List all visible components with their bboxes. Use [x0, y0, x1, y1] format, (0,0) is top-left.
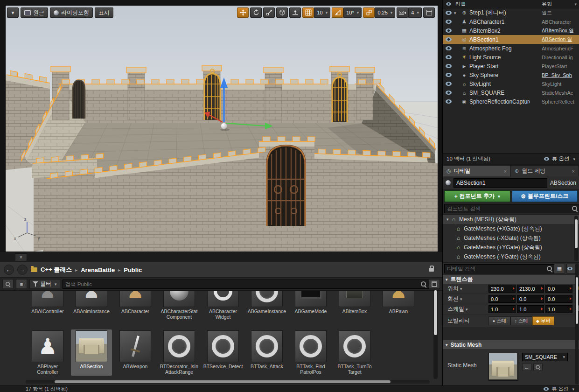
expander-icon[interactable]: ▾: [446, 217, 452, 222]
breadcrumb-cpp-classes[interactable]: C++ 클래스: [41, 266, 72, 274]
breadcrumb-public[interactable]: Public: [124, 266, 142, 273]
component-tree-scrollbar[interactable]: [574, 216, 578, 261]
rotate-tool-button[interactable]: [250, 7, 262, 18]
rotation-snap-value[interactable]: 10°▾: [343, 7, 362, 18]
viewport-3d-view[interactable]: z x y ▾ 원근 라이팅포함 표시: [5, 5, 438, 252]
actor-type[interactable]: ABSection 열: [542, 36, 578, 43]
rotation-snap-button[interactable]: [332, 7, 343, 18]
scale-snap-value[interactable]: 0.25▾: [375, 7, 395, 18]
actor-name-field[interactable]: [453, 178, 547, 188]
asset-tile[interactable]: BTService_Detect: [202, 329, 244, 376]
mobility-static-button[interactable]: ● 스태: [488, 316, 510, 325]
camera-speed-value[interactable]: 4▾: [408, 7, 422, 18]
asset-tile[interactable]: ABCharacter Widget: [202, 290, 244, 321]
component-row[interactable]: ⌂GateMeshes (-YGate) (상속됨): [443, 252, 579, 261]
numeric-field[interactable]: 1.0: [545, 305, 572, 313]
static-mesh-dropdown[interactable]: SM_SQUARE ▾: [522, 353, 568, 361]
viewport-3d-scene[interactable]: z x y: [6, 6, 438, 252]
visibility-eye-icon[interactable]: [446, 73, 452, 77]
outliner-row[interactable]: ≋Atmospheric FogAtmosphericF: [443, 44, 579, 53]
mobility-stationary-button[interactable]: ↕ 스테: [510, 316, 532, 325]
component-search-input[interactable]: [444, 204, 579, 213]
asset-tile[interactable]: ABGameInstance: [246, 290, 287, 321]
add-component-button[interactable]: + 컴포넌트 추가 ▾: [444, 190, 510, 202]
use-selected-asset-button[interactable]: ←: [522, 363, 531, 371]
blueprint-script-button[interactable]: ⚙ 블루프린트/스크: [512, 190, 578, 202]
visibility-eye-icon[interactable]: [446, 82, 452, 86]
asset-tile[interactable]: ABAnimInstance: [71, 290, 112, 321]
outliner-row[interactable]: ▦ABItemBox2ABItemBox 열: [443, 26, 579, 35]
close-icon[interactable]: ×: [504, 168, 507, 174]
visibility-eye-icon[interactable]: [446, 37, 452, 42]
asset-tile[interactable]: ABPawn: [378, 290, 419, 321]
property-label[interactable]: 위치▾: [447, 285, 488, 293]
asset-tile[interactable]: BTTask_Find PatrolPos: [290, 329, 331, 376]
numeric-field[interactable]: 2130.0: [517, 285, 544, 293]
lock-icon[interactable]: [427, 266, 434, 273]
view-options-button[interactable]: 뷰 옵션 ▾: [543, 385, 574, 392]
details-scrollbar[interactable]: [575, 263, 579, 385]
back-button[interactable]: ←: [4, 265, 14, 275]
viewport-options-button[interactable]: ▾: [7, 7, 19, 18]
actor-type[interactable]: BP_Sky_Sph: [542, 72, 578, 78]
outliner-row[interactable]: ⌂SM_SQUAREStaticMeshAc: [443, 88, 579, 97]
asset-tile[interactable]: ABSection: [71, 329, 112, 376]
visibility-eye-icon[interactable]: [446, 99, 452, 104]
move-tool-button[interactable]: [237, 7, 249, 18]
filter-button[interactable]: 필터 ▾: [29, 279, 60, 289]
visibility-eye-icon[interactable]: [446, 20, 452, 24]
numeric-field[interactable]: 0.0: [545, 285, 572, 293]
visibility-eye-icon[interactable]: [446, 11, 452, 15]
numeric-field[interactable]: 230.0: [488, 285, 516, 293]
asset-grid-hscrollbar[interactable]: [26, 380, 430, 384]
asset-tile[interactable]: ABCharacter: [115, 290, 156, 321]
component-row[interactable]: ▾⌂Mesh (MESH) (상속됨): [443, 215, 579, 224]
numeric-field[interactable]: 1.0: [517, 305, 544, 313]
visibility-eye-icon[interactable]: [446, 46, 452, 50]
component-row[interactable]: ⌂GateMeshes (+YGate) (상속됨): [443, 243, 579, 252]
transform-section-header[interactable]: ▾ 트랜스폼: [443, 274, 579, 284]
column-label[interactable]: 라벨: [455, 0, 466, 7]
grid-snap-button[interactable]: [302, 7, 314, 18]
grid-snap-value[interactable]: 10▾: [314, 7, 330, 18]
tab-details[interactable]: ◎ 디테일 ×: [443, 166, 511, 176]
close-icon[interactable]: ×: [572, 168, 575, 174]
static-mesh-section-header[interactable]: ▾ Static Mesh: [443, 340, 579, 349]
asset-grid-vscrollbar[interactable]: [433, 290, 438, 379]
outliner-row[interactable]: ◉SphereReflectionCaptureSphereReflect: [443, 97, 579, 106]
show-flags-button[interactable]: 표시: [95, 7, 113, 18]
numeric-field[interactable]: 0.0: [488, 295, 516, 303]
asset-tile[interactable]: ABWeapon: [115, 329, 156, 376]
expander-icon[interactable]: ▾: [454, 11, 460, 15]
asset-tile[interactable]: ABCharacterStat Component: [159, 290, 200, 321]
outliner-view-options-button[interactable]: 뷰 옵션 ▾: [544, 155, 575, 162]
surface-snap-button[interactable]: [289, 7, 301, 18]
visibility-eye-icon[interactable]: [446, 28, 452, 33]
asset-tile[interactable]: BTDecorator_IsIn AttackRange: [159, 329, 200, 376]
property-label[interactable]: 회전▾: [447, 295, 488, 303]
component-row[interactable]: ⌂GateMeshes (-XGate) (상속됨): [443, 233, 579, 243]
asset-tile[interactable]: ABAIController: [27, 290, 68, 321]
asset-tile[interactable]: ABPlayer Controller: [27, 329, 68, 376]
outliner-row[interactable]: ♟ABCharacter1ABCharacter: [443, 17, 579, 26]
sources-panel-toggle[interactable]: ≡: [16, 279, 27, 289]
breadcrumb-arenabattle[interactable]: ArenaBattle: [81, 266, 115, 273]
coordinate-system-button[interactable]: [276, 7, 288, 18]
save-search-button[interactable]: [429, 279, 440, 289]
outliner-row[interactable]: ☀Light SourceDirectionalLig: [443, 53, 579, 62]
visibility-eye-icon[interactable]: [446, 91, 452, 95]
sort-icon[interactable]: ▾: [574, 2, 577, 7]
forward-button[interactable]: →: [17, 265, 28, 275]
mobility-movable-button[interactable]: ◆ 무버: [532, 316, 554, 325]
property-matrix-button[interactable]: ▦: [554, 264, 565, 273]
asset-tile[interactable]: ABGameMode: [290, 290, 331, 321]
static-mesh-thumbnail[interactable]: [488, 353, 518, 381]
browse-to-asset-button[interactable]: [533, 363, 543, 371]
scale-snap-button[interactable]: [363, 7, 375, 18]
visibility-eye-icon[interactable]: [446, 64, 452, 68]
numeric-field[interactable]: 0.0: [517, 295, 544, 303]
scale-tool-button[interactable]: [263, 7, 275, 18]
asset-search-input[interactable]: [63, 280, 430, 289]
outliner-row[interactable]: ►Player StartPlayerStart: [443, 62, 579, 70]
outliner-row[interactable]: ◎ABSection1ABSection 열: [443, 35, 579, 44]
